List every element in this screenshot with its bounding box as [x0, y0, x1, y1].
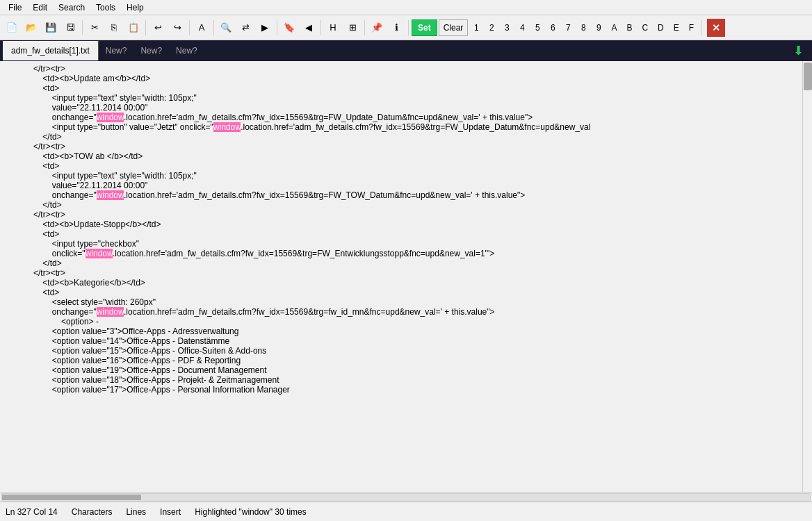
editor-scroll-area[interactable]: </tr><tr> <td><b>Update am</b></td> <td>…: [0, 61, 812, 492]
menu-file[interactable]: File: [3, 1, 27, 14]
num-btn-9[interactable]: 9: [592, 19, 606, 36]
editor-line: onchange="window.location.href='adm_fw_d…: [6, 113, 806, 122]
search-btn[interactable]: 🔍: [217, 19, 235, 37]
editor-line: <option> -: [6, 317, 806, 326]
num-btn-7[interactable]: 7: [561, 19, 575, 36]
tabs-bar: adm_fw_details[1].txt New? New? New? ⬇: [0, 40, 812, 61]
statusbar: Ln 327 Col 14 Characters Lines Insert Hi…: [0, 502, 812, 521]
highlighted-word: window: [97, 307, 124, 317]
download-icon[interactable]: ⬇: [788, 43, 809, 58]
highlight-info: Highlighted "window" 30 times: [195, 507, 307, 517]
editor-line: value="22.11.2014 00:00": [6, 181, 806, 190]
num-btn-6[interactable]: 6: [546, 19, 560, 36]
editor-line: <option value="15">Office-Apps - Office-…: [6, 346, 806, 356]
toolbar: 📄 📂 💾 🖫 ✂ ⎘ 📋 ↩ ↪ A 🔍 ⇄ ▶ 🔖 ◀ H ⊞ 📌 ℹ Se…: [0, 15, 812, 40]
num-btn-3[interactable]: 3: [500, 19, 514, 36]
save-file-btn[interactable]: 💾: [42, 19, 60, 37]
horizontal-scrollbar-track[interactable]: [1, 493, 811, 502]
separator-5: [277, 20, 277, 35]
tab-new-2[interactable]: New?: [133, 41, 169, 60]
undo-btn[interactable]: ↩: [149, 19, 167, 37]
editor-line: </tr><tr>: [6, 210, 806, 220]
num-btn-8[interactable]: 8: [576, 19, 590, 36]
num-btn-1[interactable]: 1: [469, 19, 483, 36]
num-btn-4[interactable]: 4: [515, 19, 529, 36]
new-file-btn[interactable]: 📄: [3, 19, 21, 37]
num-btn-5[interactable]: 5: [530, 19, 544, 36]
colorgrid-btn[interactable]: ⊞: [343, 19, 362, 37]
menubar: File Edit Search Tools Help: [0, 0, 812, 15]
separator-6: [320, 20, 321, 35]
copy-btn[interactable]: ⎘: [105, 19, 123, 37]
editor-line: <option value="19">Office-Apps - Documen…: [6, 365, 806, 375]
replace-btn[interactable]: ⇄: [236, 19, 254, 37]
menu-edit[interactable]: Edit: [27, 1, 53, 14]
set-button[interactable]: Set: [412, 19, 437, 36]
redo-btn[interactable]: ↪: [168, 19, 186, 37]
paste-btn[interactable]: 📋: [124, 19, 143, 37]
open-file-btn[interactable]: 📂: [22, 19, 40, 37]
main-area: </tr><tr> <td><b>Update am</b></td> <td>…: [0, 61, 812, 521]
editor-line: </td>: [6, 132, 806, 142]
separator-3: [189, 20, 190, 35]
highlighted-word: window: [213, 122, 241, 132]
letter-btn-c[interactable]: C: [638, 19, 652, 36]
editor-line: </tr><tr>: [6, 64, 806, 74]
characters-label: Characters: [72, 507, 113, 517]
menu-help[interactable]: Help: [121, 1, 149, 14]
editor-line: <td>: [6, 161, 806, 171]
editor-line: <input type="text" style="width: 105px;": [6, 93, 806, 103]
close-window-btn[interactable]: ✕: [707, 19, 725, 37]
editor-line: <option value="3">Office-Apps - Adressve…: [6, 326, 806, 336]
clear-button[interactable]: Clear: [439, 19, 469, 36]
editor-line: </td>: [6, 258, 806, 268]
separator-2: [145, 20, 146, 35]
editor-line: <td>: [6, 83, 806, 93]
highlighted-word: window: [97, 113, 124, 122]
scrollbar-thumb-h[interactable]: [2, 495, 141, 500]
separator-1: [82, 20, 83, 35]
editor-wrapper: </tr><tr> <td><b>Update am</b></td> <td>…: [0, 61, 812, 492]
tab-new-1[interactable]: New?: [99, 41, 134, 60]
editor-line: <td><b>Update-Stopp</b></td>: [6, 220, 806, 229]
separator-4: [213, 20, 214, 35]
tab-active[interactable]: adm_fw_details[1].txt: [3, 41, 99, 60]
editor-line: <td>: [6, 288, 806, 297]
separator-9: [701, 20, 701, 35]
prevbookmark-btn[interactable]: ◀: [300, 19, 318, 37]
editor-line: </tr><tr>: [6, 142, 806, 151]
goto-btn[interactable]: ▶: [256, 19, 274, 37]
info-btn[interactable]: ℹ: [387, 19, 405, 37]
bookmark-btn[interactable]: 🔖: [280, 19, 298, 37]
scrollbar-thumb-v[interactable]: [804, 63, 812, 90]
lines-label: Lines: [126, 507, 146, 517]
letter-btn-f[interactable]: F: [685, 19, 698, 36]
editor-line: <td><b>Update am</b></td>: [6, 74, 806, 83]
editor-line: <option value="16">Office-Apps - PDF & R…: [6, 356, 806, 365]
highlighted-word: window: [86, 249, 113, 258]
format-btn[interactable]: A: [193, 19, 211, 37]
save-as-btn[interactable]: 🖫: [61, 19, 79, 37]
editor-line: onclick="window.location.href='adm_fw_de…: [6, 249, 806, 258]
menu-search[interactable]: Search: [53, 1, 90, 14]
menu-tools[interactable]: Tools: [90, 1, 121, 14]
editor-line: <input type="text" style="width: 105px;": [6, 171, 806, 181]
separator-8: [408, 20, 409, 35]
vertical-scrollbar[interactable]: [802, 61, 812, 492]
clip-btn[interactable]: 📌: [368, 19, 386, 37]
insert-label: Insert: [160, 507, 181, 517]
editor-line: <option value="17">Office-Apps - Persona…: [6, 385, 806, 395]
tab-new-3[interactable]: New?: [169, 41, 204, 60]
editor-line: </tr><tr>: [6, 268, 806, 278]
letter-btn-d[interactable]: D: [653, 19, 668, 36]
editor-line: <option value="14">Office-Apps - Datenst…: [6, 336, 806, 346]
num-btn-2[interactable]: 2: [485, 19, 498, 36]
letter-btn-e[interactable]: E: [669, 19, 683, 36]
editor-content: </tr><tr> <td><b>Update am</b></td> <td>…: [0, 61, 812, 492]
horizontal-scrollbar-container: [0, 492, 812, 502]
cursor-position: Ln 327 Col 14: [6, 507, 58, 517]
letter-btn-a[interactable]: A: [607, 19, 621, 36]
highlight-btn[interactable]: H: [324, 19, 342, 37]
cut-btn[interactable]: ✂: [86, 19, 104, 37]
letter-btn-b[interactable]: B: [622, 19, 636, 36]
